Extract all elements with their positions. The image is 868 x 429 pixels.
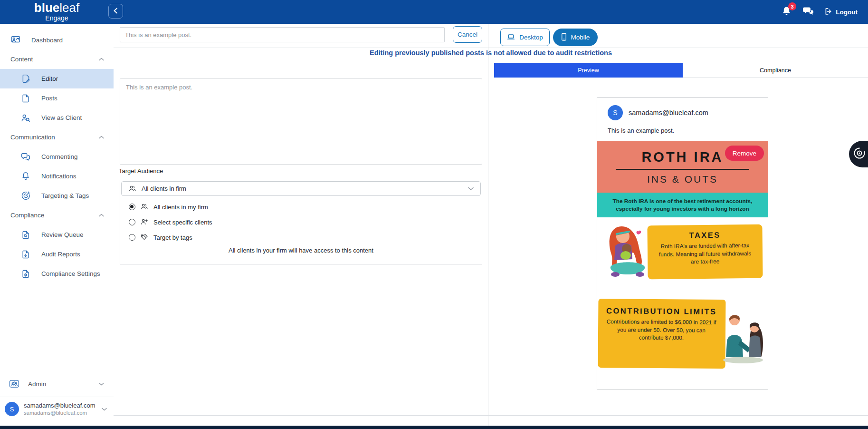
sidebar-item-compliance-settings[interactable]: Compliance Settings — [0, 264, 114, 283]
post-header: S samadams@blueleaf.com — [597, 98, 768, 125]
radio-button[interactable] — [129, 219, 135, 225]
sidebar-item-review-queue[interactable]: Review Queue — [0, 225, 114, 244]
post-text: This is an example post. — [597, 125, 768, 141]
people-icon — [128, 185, 137, 193]
mobile-label: Mobile — [571, 34, 590, 41]
brand-product: Engage — [0, 14, 114, 22]
sidebar-item-label: Notifications — [41, 173, 76, 180]
file-download-icon — [20, 249, 31, 260]
radio-button[interactable] — [129, 234, 135, 241]
sidebar-item-admin[interactable]: Admin — [0, 374, 114, 394]
user-name: samadams@blueleaf.com — [24, 402, 97, 410]
comments-icon — [20, 152, 31, 162]
sidebar-item-audit-reports[interactable]: Audit Reports — [0, 244, 114, 264]
admin-group-icon — [9, 379, 19, 389]
chat-bubbles-icon — [803, 6, 814, 18]
post-title-input[interactable] — [120, 27, 445, 42]
bell-outline-icon — [20, 171, 31, 182]
messages-button[interactable] — [802, 6, 814, 18]
post-preview-card: S samadams@blueleaf.com This is an examp… — [597, 97, 768, 390]
couple-illustration — [721, 312, 765, 370]
logout-icon — [824, 8, 832, 17]
cancel-button[interactable]: Cancel — [453, 26, 482, 43]
panel-divider — [488, 24, 488, 426]
post-body-textarea[interactable] — [120, 78, 482, 165]
user-email: samadams@blueleaf.com — [24, 410, 97, 416]
infographic-section-contributions: CONTRIBUTION LIMITS Contributions are li… — [597, 299, 768, 382]
contribution-text: Contributions are limited to $6,000 in 2… — [605, 318, 718, 342]
screen-recorder-widget[interactable] — [849, 141, 868, 167]
sidebar-item-label: Audit Reports — [41, 251, 80, 258]
chevron-up-icon — [99, 58, 104, 61]
remove-attachment-button[interactable]: Remove — [725, 146, 764, 161]
notifications-bell-button[interactable]: 3 — [781, 6, 792, 18]
chevron-down-icon — [102, 408, 107, 411]
sidebar-user-menu[interactable]: S samadams@blueleaf.com samadams@bluelea… — [0, 397, 114, 418]
file-gear-icon — [20, 269, 31, 279]
infographic-intro: The Roth IRA is one of the best retireme… — [597, 193, 768, 217]
mobile-toggle-button[interactable]: Mobile — [553, 29, 598, 46]
people-icon — [140, 203, 149, 211]
sidebar-item-targeting-tags[interactable]: Targeting & Tags — [0, 186, 114, 205]
radio-all-clients[interactable]: All clients in my firm — [129, 203, 482, 211]
footer-divider — [114, 415, 868, 416]
sidebar-item-label: Dashboard — [31, 37, 63, 44]
taxes-heading: TAXES — [654, 230, 756, 240]
sidebar-item-label: Review Queue — [41, 231, 84, 238]
section-label: Communication — [10, 134, 55, 141]
logout-label: Logout — [836, 9, 858, 16]
sidebar-item-dashboard[interactable]: Dashboard — [0, 30, 114, 49]
radio-button[interactable] — [129, 204, 135, 210]
tab-preview[interactable]: Preview — [494, 63, 683, 78]
chevron-up-icon — [99, 214, 104, 217]
sidebar-item-commenting[interactable]: Commenting — [0, 147, 114, 166]
post-avatar: S — [608, 105, 623, 120]
sidebar-section-communication[interactable]: Communication — [0, 127, 114, 147]
chevron-up-icon — [99, 136, 104, 139]
person-plus-icon — [140, 218, 149, 226]
chevron-down-icon — [468, 185, 474, 192]
audience-dropdown[interactable]: All clients in firm — [121, 181, 481, 196]
sidebar-item-label: Admin — [28, 380, 90, 388]
sidebar-section-compliance[interactable]: Compliance — [0, 205, 114, 225]
sidebar-item-notifications[interactable]: Notifications — [0, 166, 114, 186]
contribution-heading: CONTRIBUTION LIMITS — [605, 306, 718, 316]
section-label: Content — [10, 56, 33, 63]
sidebar-item-editor[interactable]: Editor — [0, 69, 114, 88]
sidebar-item-posts[interactable]: Posts — [0, 88, 114, 108]
chevron-down-icon — [99, 382, 104, 386]
sidebar-item-label: Posts — [41, 95, 57, 102]
chevron-left-icon — [113, 7, 119, 16]
dashboard-icon — [10, 35, 21, 45]
sidebar-item-label: Compliance Settings — [41, 270, 100, 277]
desktop-label: Desktop — [519, 34, 543, 41]
logout-button[interactable]: Logout — [824, 8, 858, 17]
infographic-subtitle: INS & OUTS — [597, 174, 768, 185]
infographic-rule — [616, 169, 749, 170]
person-search-icon — [20, 113, 31, 123]
sidebar-bottom: Admin S samadams@blueleaf.com samadams@b… — [0, 374, 114, 418]
top-navbar: blueleaf Engage 3 — [0, 0, 868, 24]
file-icon — [20, 93, 31, 104]
sidebar-item-view-as-client[interactable]: View as Client — [0, 108, 114, 127]
post-author: samadams@blueleaf.com — [629, 109, 708, 117]
sidebar-item-label: Targeting & Tags — [41, 192, 89, 199]
infographic-section-taxes: TAXES Roth IRA's are funded with after-t… — [597, 217, 768, 299]
audience-helper-text: All clients in your firm will have acces… — [120, 247, 482, 254]
taxes-callout: TAXES Roth IRA's are funded with after-t… — [647, 224, 763, 280]
radio-target-by-tags[interactable]: Target by tags — [129, 233, 482, 242]
target-icon — [20, 191, 31, 201]
user-identity: samadams@blueleaf.com samadams@blueleaf.… — [24, 402, 97, 416]
desktop-toggle-button[interactable]: Desktop — [500, 29, 550, 46]
contribution-callout: CONTRIBUTION LIMITS Contributions are li… — [598, 299, 725, 369]
sidebar-collapse-button[interactable] — [108, 4, 123, 19]
audit-restriction-notice: Editing previously published posts is no… — [114, 49, 868, 57]
sidebar: Dashboard Content Editor Posts View as C… — [0, 24, 114, 426]
radio-label: All clients in my firm — [153, 204, 208, 211]
laptop-icon — [507, 33, 515, 42]
tab-compliance[interactable]: Compliance — [683, 63, 868, 78]
radio-select-specific[interactable]: Select specific clients — [129, 218, 482, 226]
sidebar-section-content[interactable]: Content — [0, 49, 114, 69]
infographic-section-income: INCOME LIMITS — [597, 382, 768, 390]
app-window: blueleaf Engage 3 — [0, 0, 868, 429]
